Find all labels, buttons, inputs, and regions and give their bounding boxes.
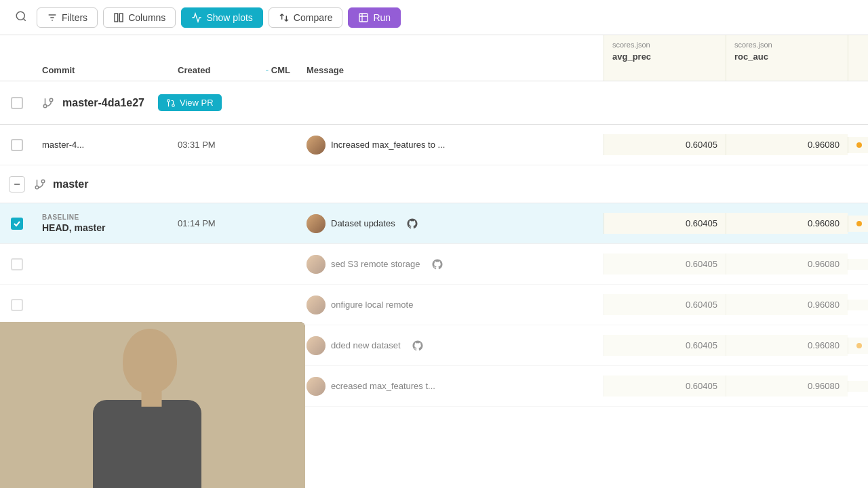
row4-avg-prec: 0.60405 [604,335,726,356]
branch-icon [42,97,54,109]
row2-message: sed S3 remote storage [298,249,604,279]
baseline-avg-prec: 0.60405 [604,213,726,234]
baseline-checkbox-cell [0,212,34,235]
svg-line-1 [23,18,25,20]
master4-msg-content: Increased max_features to ... [307,136,595,155]
baseline-commit: BASELINE HEAD, master [34,208,170,239]
row4-avatar [307,336,326,355]
search-button[interactable] [11,6,31,28]
filters-button[interactable]: Filters [37,7,98,28]
columns-label: Columns [128,12,165,23]
row2-msg-content: sed S3 remote storage [307,255,595,274]
svg-point-14 [41,180,45,183]
person-body [93,400,201,488]
row3-roc-auc: 0.96080 [726,294,848,315]
baseline-avatar [307,214,326,233]
person-head [123,329,177,393]
baseline-cml [258,218,298,229]
row3-checkbox-cell [0,293,34,317]
webcam-overlay [0,322,305,488]
svg-rect-6 [119,14,123,22]
svg-point-10 [172,104,175,106]
row4-roc-auc: 0.96080 [726,335,848,356]
columns-icon [113,12,124,23]
master4-avg-prec: 0.60405 [604,134,726,155]
branch-fork-icon [34,178,46,190]
th-created: Created [170,35,258,81]
checkmark-icon [13,220,21,228]
master-4-data-row: master-4... 03:31 PM Increased max_featu… [0,125,868,165]
master4-roc-auc: 0.96080 [726,134,848,155]
master-pr-content: master-4da1e27 View PR [34,94,868,111]
row2-github-icon [431,258,443,270]
master4-message: Increased max_features to ... [298,130,604,160]
row2-avatar [307,255,326,274]
row3-checkbox[interactable] [11,299,23,311]
row3: onfigure local remote 0.60405 0.96080 [0,285,868,325]
table-header: Commit Created CML Message scores.json a… [0,35,868,81]
compare-label: Compare [294,12,333,23]
baseline-roc-auc: 0.96080 [726,213,848,234]
svg-point-15 [35,186,39,189]
master4-orange-dot [856,142,862,148]
svg-point-11 [167,99,170,102]
plots-icon [191,12,202,23]
master-branch-row: − master [0,165,868,203]
row4-msg-content: dded new dataset [307,336,595,355]
master-branch-collapse-button[interactable]: − [9,176,25,192]
th-extra [848,35,868,81]
th-avg-prec: scores.json avg_prec [604,35,726,81]
baseline-message: Dataset updates [298,209,604,239]
baseline-time: 01:14 PM [170,213,258,234]
svg-point-0 [16,12,24,20]
compare-button[interactable]: Compare [269,7,343,28]
th-message: Message [298,35,604,81]
master-pr-checkbox[interactable] [11,97,23,109]
row2-roc-auc: 0.96080 [726,253,848,274]
master4-commit: master-4... [34,134,170,155]
filters-label: Filters [62,12,87,23]
svg-point-9 [43,104,47,108]
run-label: Run [373,12,391,23]
baseline-extra [848,216,868,232]
cml-logo: CML [266,65,290,75]
row4-extra [848,338,868,354]
th-cml: CML [258,35,298,81]
row2-commit [34,259,170,270]
row3-avg-prec: 0.60405 [604,294,726,315]
pr-icon [166,98,176,108]
run-button[interactable]: Run [348,7,401,28]
master4-checkbox-cell [0,134,34,157]
view-pr-label: View PR [180,98,214,108]
row3-message: onfigure local remote [298,290,604,320]
master-branch-content: master [34,178,868,190]
th-checkbox [0,35,34,81]
row5-avg-prec: 0.60405 [604,375,726,396]
row5-roc-auc: 0.96080 [726,375,848,396]
row5-message: ecreased max_features t... [298,371,604,401]
row4-orange-dot [856,343,862,348]
github-icon [406,218,418,230]
master4-checkbox[interactable] [11,139,23,151]
row5-extra [848,381,868,392]
row2-checkbox[interactable] [11,258,23,270]
th-commit: Commit [34,35,170,81]
master4-cml [258,140,298,150]
master4-extra [848,137,868,153]
row4-message: dded new dataset [298,331,604,361]
svg-point-8 [50,98,53,102]
baseline-checkbox[interactable] [11,218,23,230]
row2-cml [258,259,298,270]
row3-msg-content: onfigure local remote [307,296,595,314]
show-plots-button[interactable]: Show plots [181,7,262,28]
filters-icon [47,12,58,23]
th-roc-auc: scores.json roc_auc [726,35,848,81]
row3-avatar [307,296,326,314]
webcam-person [0,322,305,488]
master-branch-collapse-cell: − [0,171,34,198]
master-commit-name: master-4da1e27 [62,97,144,109]
svg-rect-5 [115,14,118,22]
columns-button[interactable]: Columns [103,7,176,28]
master4-avatar [307,136,326,155]
view-pr-button[interactable]: View PR [158,94,222,111]
